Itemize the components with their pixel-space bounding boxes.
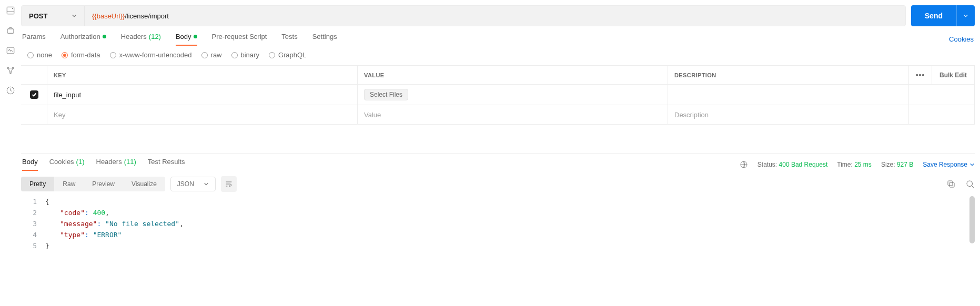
more-icon: ••• [916, 71, 925, 79]
tab-body[interactable]: Body [176, 33, 197, 46]
resp-tab-cookies[interactable]: Cookies (1) [49, 158, 85, 171]
tab-settings[interactable]: Settings [312, 33, 337, 46]
chevron-down-icon [963, 13, 968, 18]
svg-point-11 [967, 181, 973, 187]
svg-point-1 [12, 8, 13, 9]
time-label: Time: 25 ms [837, 161, 872, 168]
svg-point-5 [12, 67, 14, 69]
wrap-icon [225, 180, 233, 188]
method-url-bar: POST {{baseUrl}}/license/import [21, 5, 906, 26]
svg-rect-2 [7, 29, 14, 33]
chevron-down-icon [969, 162, 975, 167]
response-body-viewer[interactable]: 1{ 2"code": 400, 3"message": "No file se… [21, 196, 975, 251]
http-method-label: POST [29, 12, 47, 20]
body-type-row: none form-data x-www-form-urlencoded raw… [21, 46, 975, 65]
svg-point-6 [10, 72, 12, 74]
svg-rect-3 [7, 47, 14, 54]
header-value: VALUE [358, 66, 668, 84]
radio-icon [62, 52, 68, 58]
header-desc: DESCRIPTION [668, 66, 909, 84]
url-path: /license/import [125, 12, 169, 20]
size-label: Size: 927 B [881, 161, 913, 168]
checkbox-checked-icon [30, 90, 38, 99]
collections-icon[interactable] [5, 25, 16, 36]
view-mode-group: Pretty Raw Preview Visualize [21, 177, 165, 191]
radio-icon [110, 52, 116, 58]
tab-prerequest[interactable]: Pre-request Script [212, 33, 267, 46]
radio-icon [201, 52, 208, 58]
radio-icon [231, 52, 238, 58]
status-dot-icon [194, 35, 197, 38]
format-select[interactable]: JSON [170, 177, 216, 191]
main-panel: POST {{baseUrl}}/license/import Send Par… [21, 0, 980, 306]
view-pretty[interactable]: Pretty [21, 177, 54, 191]
left-rail [0, 0, 21, 306]
globe-icon[interactable] [740, 160, 748, 169]
cookies-link[interactable]: Cookies [949, 35, 974, 43]
overview-icon[interactable] [5, 5, 16, 16]
save-response-button[interactable]: Save Response [923, 161, 975, 168]
table-row-new: Key Value Description [21, 105, 974, 124]
resp-tab-headers[interactable]: Headers (11) [96, 158, 136, 171]
new-desc-input[interactable]: Description [668, 105, 909, 124]
response-section: Body Cookies (1) Headers (11) Test Resul… [21, 153, 975, 251]
wrap-lines-button[interactable] [221, 176, 237, 192]
scrollbar-thumb[interactable] [969, 196, 975, 243]
monitor-icon[interactable] [5, 45, 16, 56]
header-actions[interactable]: ••• [909, 66, 932, 84]
header-check [21, 66, 47, 84]
select-files-button[interactable]: Select Files [364, 89, 408, 100]
body-type-binary[interactable]: binary [231, 51, 259, 59]
search-icon [965, 179, 975, 189]
resp-tab-test-results[interactable]: Test Results [148, 158, 185, 171]
status-dot-icon [103, 35, 106, 38]
body-type-raw[interactable]: raw [201, 51, 222, 59]
copy-button[interactable] [946, 179, 956, 189]
svg-rect-9 [949, 182, 954, 187]
request-tabs-row: Params Authorization Headers (12) Body P… [21, 33, 975, 46]
body-type-graphql[interactable]: GraphQL [269, 51, 306, 59]
tab-params[interactable]: Params [22, 33, 46, 46]
url-input[interactable]: {{baseUrl}}/license/import [85, 6, 905, 26]
send-button[interactable]: Send [911, 5, 975, 26]
row-checkbox-cell[interactable] [21, 85, 47, 105]
response-view-controls: Pretty Raw Preview Visualize JSON [21, 171, 975, 196]
tab-authorization[interactable]: Authorization [60, 33, 106, 46]
response-tabs: Body Cookies (1) Headers (11) Test Resul… [21, 158, 185, 171]
radio-icon [27, 52, 34, 58]
response-tabs-row: Body Cookies (1) Headers (11) Test Resul… [21, 154, 975, 171]
header-key: KEY [47, 66, 358, 84]
bulk-edit-button[interactable]: Bulk Edit [932, 66, 974, 84]
search-button[interactable] [965, 179, 975, 189]
view-visualize[interactable]: Visualize [123, 177, 165, 191]
svg-point-4 [7, 67, 9, 69]
history-icon[interactable] [5, 85, 16, 96]
send-button-caret[interactable] [956, 5, 975, 26]
new-value-input[interactable]: Value [358, 105, 668, 124]
tab-headers[interactable]: Headers (12) [121, 33, 161, 46]
tab-tests[interactable]: Tests [281, 33, 297, 46]
resp-tab-body[interactable]: Body [22, 158, 38, 171]
body-type-none[interactable]: none [27, 51, 52, 59]
table-row: file_input Select Files [21, 85, 974, 105]
row-key-cell[interactable]: file_input [47, 85, 358, 105]
response-meta: Status: 400 Bad Request Time: 25 ms Size… [740, 160, 975, 169]
chevron-down-icon [72, 13, 77, 18]
row-value-cell[interactable]: Select Files [358, 85, 668, 105]
table-header-row: KEY VALUE DESCRIPTION ••• Bulk Edit [21, 66, 974, 85]
body-type-xwww[interactable]: x-www-form-urlencoded [110, 51, 192, 59]
send-button-label: Send [911, 5, 956, 26]
flows-icon[interactable] [5, 65, 16, 76]
view-raw[interactable]: Raw [54, 177, 84, 191]
status-label: Status: 400 Bad Request [757, 161, 827, 168]
body-type-form-data[interactable]: form-data [62, 51, 100, 59]
request-tabs: Params Authorization Headers (12) Body P… [22, 33, 337, 46]
radio-icon [269, 52, 275, 58]
view-preview[interactable]: Preview [84, 177, 123, 191]
new-key-input[interactable]: Key [47, 105, 358, 124]
http-method-select[interactable]: POST [22, 6, 85, 26]
chevron-down-icon [204, 181, 209, 187]
copy-icon [946, 179, 956, 189]
svg-rect-0 [7, 7, 14, 14]
row-desc-cell[interactable] [668, 85, 909, 105]
